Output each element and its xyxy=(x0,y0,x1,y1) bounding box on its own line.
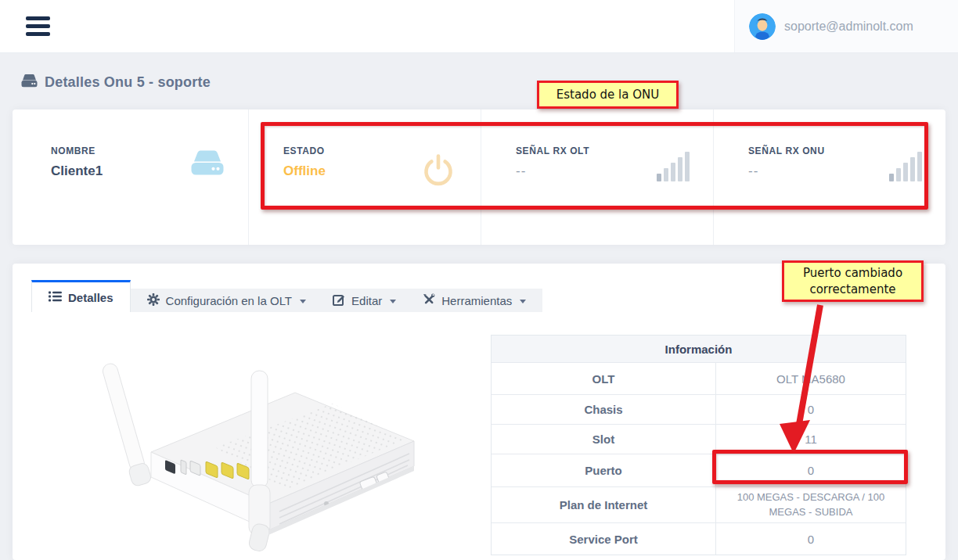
status-label: ESTADO xyxy=(283,145,420,156)
note-text-line2: correctamente xyxy=(809,282,895,297)
onu-device-icon xyxy=(21,74,38,92)
list-icon xyxy=(49,291,62,304)
page-title-text: Detalles Onu 5 - soporte xyxy=(45,74,211,91)
menu-hamburger-icon[interactable] xyxy=(26,16,50,36)
user-menu[interactable]: soporte@adminolt.com xyxy=(734,0,958,52)
row-label: Plan de Internet xyxy=(492,498,715,512)
tab-label: Detalles xyxy=(68,291,113,304)
status-label: NOMBRE xyxy=(51,145,190,156)
status-item-senal-rx-onu: SEÑAL RX ONU -- xyxy=(713,109,945,245)
signal-bars-icon xyxy=(889,150,922,181)
modem-icon xyxy=(190,150,225,245)
table-row-chasis: Chasis 0 xyxy=(492,394,906,424)
chevron-down-icon xyxy=(390,300,396,303)
status-value: -- xyxy=(516,163,657,179)
puerto-annotation-note: Puerto cambiado correctamente xyxy=(782,260,924,302)
onu-status-card: NOMBRE Cliente1 ESTADO Offline SEÑAL RX … xyxy=(13,109,945,245)
table-row-slot: Slot 11 xyxy=(492,424,906,454)
tools-icon xyxy=(423,293,435,308)
tab-group: Configuración en la OLT Editar xyxy=(131,289,543,312)
row-value: 11 xyxy=(715,425,906,454)
row-value: 100 MEGAS - DESCARGA / 100 MEGAS - SUBID… xyxy=(715,487,906,522)
table-row-olt: OLT OLT MA5680 xyxy=(492,362,906,394)
note-text-line1: Puerto cambiado xyxy=(803,265,902,281)
tab-bar: Detalles xyxy=(31,280,542,312)
status-value: Cliente1 xyxy=(51,163,190,179)
note-text: Estado de la ONU xyxy=(556,87,659,102)
user-avatar xyxy=(749,13,776,40)
page-title: Detalles Onu 5 - soporte xyxy=(21,73,211,92)
table-header: Información xyxy=(492,336,906,362)
tab-label: Herramientas xyxy=(441,294,512,307)
status-label: SEÑAL RX OLT xyxy=(516,145,657,156)
row-value: OLT MA5680 xyxy=(715,363,906,394)
chevron-down-icon xyxy=(520,300,526,303)
tab-label: Editar xyxy=(351,294,382,307)
row-value: 0 xyxy=(715,523,906,555)
status-item-estado: ESTADO Offline xyxy=(248,109,481,245)
chevron-down-icon xyxy=(300,300,306,303)
table-row-service-port: Service Port 0 xyxy=(492,522,906,555)
tab-configuracion-olt[interactable]: Configuración en la OLT xyxy=(134,289,319,312)
row-label: Puerto xyxy=(492,464,715,477)
tab-label: Configuración en la OLT xyxy=(166,294,292,307)
tab-herramientas[interactable]: Herramientas xyxy=(409,289,539,312)
status-label: SEÑAL RX ONU xyxy=(748,145,889,156)
user-email: soporte@adminolt.com xyxy=(784,20,913,34)
tab-detalles[interactable]: Detalles xyxy=(31,280,131,312)
row-value: 0 xyxy=(715,454,906,486)
table-row-puerto: Puerto 0 xyxy=(492,454,906,486)
estado-annotation-note: Estado de la ONU xyxy=(537,81,679,109)
tab-editar[interactable]: Editar xyxy=(319,289,409,312)
row-label: Chasis xyxy=(492,403,715,416)
row-label: Slot xyxy=(492,433,715,446)
edit-icon xyxy=(333,293,345,308)
signal-bars-icon xyxy=(657,150,690,181)
table-row-plan-de-internet: Plan de Internet 100 MEGAS - DESCARGA / … xyxy=(492,486,906,522)
power-icon xyxy=(420,150,457,245)
onu-details-card: Detalles xyxy=(13,264,945,560)
status-item-nombre: NOMBRE Cliente1 xyxy=(13,109,248,245)
gear-icon xyxy=(147,293,160,308)
row-label: Service Port xyxy=(492,533,715,546)
row-label: OLT xyxy=(492,372,715,386)
informacion-table: Información OLT OLT MA5680 Chasis 0 Slot… xyxy=(491,335,906,555)
status-value-offline: Offline xyxy=(283,163,420,179)
status-item-senal-rx-olt: SEÑAL RX OLT -- xyxy=(481,109,713,245)
top-bar: soporte@adminolt.com xyxy=(0,0,958,53)
row-value: 0 xyxy=(715,395,906,424)
status-value: -- xyxy=(748,163,889,179)
onu-product-image xyxy=(98,322,427,558)
